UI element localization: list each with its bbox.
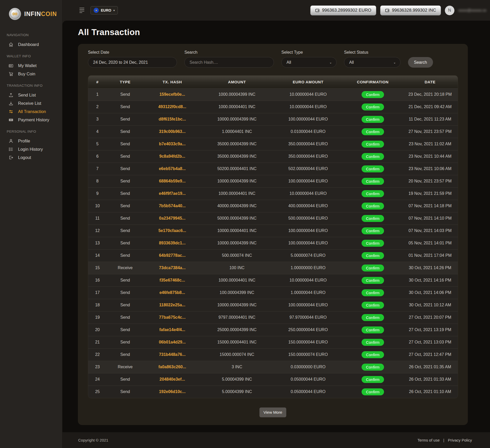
tx-hash-link[interactable]: 192e06d10c... <box>159 389 185 394</box>
table-row: 13Send8933639dc1...10000.00004399 INC100… <box>88 237 458 249</box>
tx-type-cell: Send <box>107 138 144 150</box>
tx-hash-link[interactable]: 68864b59e9... <box>159 179 185 183</box>
confirm-badge[interactable]: Confirm <box>362 190 384 197</box>
sidebar-item-dashboard[interactable]: Dashboard <box>0 40 62 49</box>
confirm-badge[interactable]: Confirm <box>362 103 384 110</box>
tx-hash-link[interactable]: 731b448a76... <box>159 352 185 357</box>
tx-hash-link[interactable]: 9c8a94fd2b... <box>159 154 185 158</box>
sidebar-item-send-list[interactable]: Send List <box>0 91 62 99</box>
confirm-badge[interactable]: Confirm <box>362 302 384 309</box>
tx-hash-link[interactable]: 204840e3ef... <box>160 377 185 381</box>
logout-icon <box>8 155 14 160</box>
tx-hash-link[interactable]: 73dca7384a... <box>159 266 185 270</box>
confirm-badge[interactable]: Confirm <box>362 178 384 185</box>
confirm-badge[interactable]: Confirm <box>362 165 384 172</box>
swap-arrows-icon <box>8 109 14 114</box>
brand-logo[interactable]: ∞ INFINCOIN <box>0 0 62 20</box>
sidebar-item-my-wallet[interactable]: My Wallet <box>0 61 62 70</box>
sidebar-item-label: Buy Coin <box>18 71 35 76</box>
confirm-badge[interactable]: Confirm <box>362 351 384 358</box>
sidebar-item-label: Dashboard <box>18 42 39 47</box>
tx-hash-link[interactable]: 7b5b574a40... <box>159 204 186 208</box>
sidebar-item-profile[interactable]: Profile <box>0 137 62 145</box>
confirm-badge[interactable]: Confirm <box>362 388 384 395</box>
tx-hash-link[interactable]: fafae14e4f4... <box>159 327 185 332</box>
search-hash-input[interactable] <box>184 57 274 68</box>
tx-hash-link[interactable]: 118022e25a... <box>159 303 185 307</box>
inc-balance-button[interactable]: 99636328.999302 INC <box>380 5 441 15</box>
status-select[interactable]: All ⌄ <box>344 57 401 68</box>
view-more-button[interactable]: View More <box>259 407 287 417</box>
confirm-badge[interactable]: Confirm <box>362 153 384 160</box>
row-number-cell: 10 <box>88 200 107 212</box>
type-select[interactable]: All ⌄ <box>281 57 337 68</box>
search-button[interactable]: Search <box>408 57 433 68</box>
tx-type-cell: Send <box>107 299 144 311</box>
row-number-cell: 11 <box>88 212 107 225</box>
euro-balance-button[interactable]: 996363.28999302 EURO <box>310 5 376 15</box>
confirm-badge-cell: Confirm <box>343 200 402 212</box>
confirm-badge[interactable]: Confirm <box>362 364 384 371</box>
confirm-badge[interactable]: Confirm <box>362 265 384 271</box>
confirm-badge[interactable]: Confirm <box>362 376 384 383</box>
tx-amount-cell: 10000.00004399 INC <box>201 113 273 125</box>
tx-type-cell: Send <box>107 386 144 398</box>
sidebar-item-payment-history[interactable]: Payment History <box>0 116 62 124</box>
tx-hash-link[interactable]: 8933639dc1... <box>159 241 185 245</box>
tx-amount-cell: 1000.00004401 INC <box>201 274 273 286</box>
confirm-badge[interactable]: Confirm <box>362 116 384 123</box>
tx-type-cell: Send <box>107 237 144 249</box>
user-avatar[interactable]: N <box>445 6 454 15</box>
sidebar-item-login-history[interactable]: Login History <box>0 145 62 153</box>
tx-hash-link[interactable]: f35e67468c... <box>160 278 185 282</box>
col-number: # <box>88 76 107 88</box>
tx-hash-link[interactable]: 64b92778ac... <box>159 253 185 258</box>
tx-hash-link[interactable]: e46fe875b8... <box>159 290 185 295</box>
confirm-badge-cell: Confirm <box>343 286 402 299</box>
tx-amount-cell: 50200.00004401 INC <box>201 163 273 175</box>
menu-icon[interactable] <box>78 7 85 14</box>
table-row: 7Sende6eb57b4a8...50200.00004401 INC502.… <box>88 163 458 175</box>
tx-hash-link[interactable]: 06b01a4d29... <box>159 340 186 344</box>
euro-balance-value: 996363.28999302 EURO <box>322 8 371 13</box>
confirm-badge[interactable]: Confirm <box>362 326 384 333</box>
tx-hash-link[interactable]: 0a23479945... <box>159 216 185 220</box>
sidebar-item-receive-list[interactable]: Receive List <box>0 99 62 107</box>
confirm-badge[interactable]: Confirm <box>362 128 384 135</box>
tx-type-cell: Send <box>107 175 144 187</box>
terms-link[interactable]: Terms of use <box>418 438 440 442</box>
tx-hash-link[interactable]: 77ba675c4c... <box>159 315 185 319</box>
confirm-badge[interactable]: Confirm <box>362 277 384 284</box>
tx-date-cell: 20 Nov, 2021 23:57 PM <box>402 175 458 187</box>
tx-euro-amount-cell: 1.00000044 EURO <box>273 286 343 299</box>
tx-hash-link[interactable]: d8f615fe1bc... <box>159 117 186 121</box>
confirm-badge[interactable]: Confirm <box>362 314 384 321</box>
confirm-badge[interactable]: Confirm <box>362 203 384 210</box>
confirm-badge[interactable]: Confirm <box>362 339 384 346</box>
tx-hash-link-cell: 77ba675c4c... <box>144 311 201 324</box>
tx-hash-link[interactable]: e6eb57b4a8... <box>159 166 186 171</box>
sidebar-item-all-transaction[interactable]: All Transaction <box>0 107 62 116</box>
privacy-link[interactable]: Privacy Policy <box>448 438 472 442</box>
search-filter-label: Search <box>184 50 274 55</box>
confirm-badge[interactable]: Confirm <box>362 240 384 247</box>
tx-hash-link[interactable]: e46f9f7ae19... <box>159 191 186 196</box>
tx-hash-link[interactable]: fa0a863c260... <box>158 365 186 369</box>
tx-hash-link[interactable]: 5e170cfaac6... <box>158 228 186 233</box>
confirm-badge[interactable]: Confirm <box>362 215 384 222</box>
sidebar-item-buy-coin[interactable]: Buy Coin <box>0 70 62 78</box>
tx-hash-link[interactable]: 319c00b963... <box>159 129 185 134</box>
confirm-badge[interactable]: Confirm <box>362 289 384 296</box>
tx-hash-link[interactable]: 159ecefb0e... <box>159 92 185 97</box>
transactions-tbody: 1Send159ecefb0e...1000.00004399 INC10.00… <box>88 88 458 398</box>
currency-selector[interactable]: ★ EURO ▾ <box>91 6 118 14</box>
tx-hash-link[interactable]: b7e4033c9a... <box>159 142 185 146</box>
confirm-badge[interactable]: Confirm <box>362 141 384 148</box>
date-range-input[interactable] <box>88 57 177 68</box>
confirm-badge[interactable]: Confirm <box>362 252 384 259</box>
sidebar-item-logout[interactable]: Logout <box>0 153 62 162</box>
confirm-badge[interactable]: Confirm <box>362 227 384 234</box>
confirm-badge[interactable]: Confirm <box>362 91 384 98</box>
confirm-badge-cell: Confirm <box>343 101 402 113</box>
tx-hash-link[interactable]: 493122f0cd8... <box>158 105 186 109</box>
